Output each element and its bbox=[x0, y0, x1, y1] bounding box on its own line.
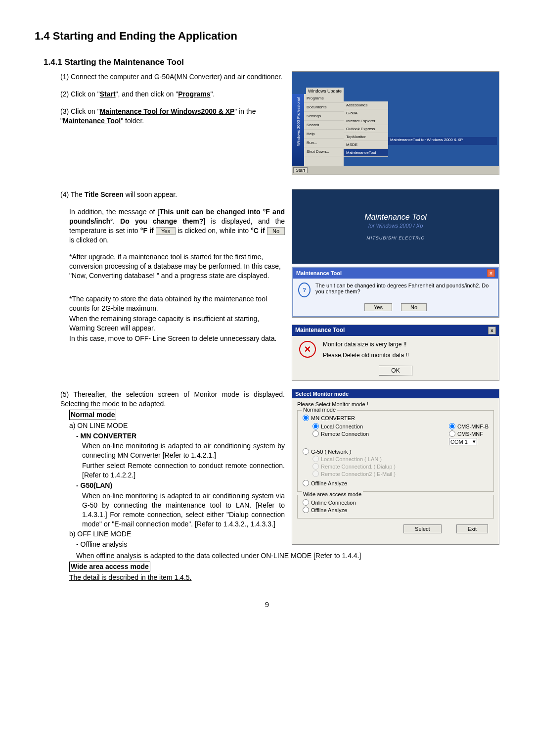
question-icon: ? bbox=[298, 283, 311, 297]
warning-line2: Please,Delete old monitor data !! bbox=[323, 352, 409, 359]
dialog-yes-button[interactable]: Yes bbox=[364, 303, 392, 311]
g50-text: When on-line monitoring is adapted to ai… bbox=[82, 491, 285, 529]
menu-item-documents[interactable]: Documents bbox=[304, 103, 344, 112]
offline-analysis-text: When offline analysis is adapted to the … bbox=[76, 551, 499, 561]
dialog-message: The unit can be changed into degrees Fah… bbox=[315, 283, 493, 294]
submenu-accessories[interactable]: Accessories bbox=[344, 101, 388, 109]
fieldset-normal-legend: Normal mode bbox=[302, 407, 337, 413]
splash-title: Maintenance Tool bbox=[364, 213, 427, 222]
com-port-select[interactable]: COM 1▾ bbox=[449, 438, 477, 445]
step-4-capacity1: *The capacity to store the data obtained… bbox=[69, 294, 285, 313]
step-5-intro: (5) Thereafter, the selection screen of … bbox=[60, 390, 285, 409]
submenu-g50a[interactable]: G-50A bbox=[344, 109, 388, 117]
radio-g50-network[interactable]: G-50 ( Network ) bbox=[303, 448, 489, 455]
step-4-note1: *After upgrade, if a maintenance tool is… bbox=[69, 252, 285, 281]
submenu-topmonitor[interactable]: TopMonitor bbox=[344, 133, 388, 141]
close-icon[interactable]: × bbox=[487, 269, 495, 277]
fieldset-wide-legend: Wide area access mode bbox=[302, 491, 363, 497]
step-4-capacity3: In this case, move to OFF- Line Screen t… bbox=[69, 334, 285, 343]
radio-input[interactable] bbox=[303, 448, 309, 455]
error-icon: × bbox=[299, 341, 316, 358]
taskbar: Start bbox=[292, 166, 499, 175]
step-3: (3) Click on "Maintenance Tool for Windo… bbox=[60, 107, 285, 126]
radio-input bbox=[312, 456, 319, 462]
page-number: 9 bbox=[35, 600, 499, 609]
radio-g50-email: Remote Connection2 ( E-Mail ) bbox=[312, 471, 489, 477]
radio-cms-mnf-b[interactable]: CMS-MNF-B bbox=[449, 423, 489, 429]
submenu-msde[interactable]: MSDE bbox=[344, 141, 388, 149]
radio-offline-analyze-2[interactable]: Offline Analyze bbox=[303, 507, 489, 513]
online-mode-heading: a) ON LINE MODE bbox=[69, 421, 285, 430]
menu-item-help[interactable]: Help bbox=[304, 130, 344, 139]
radio-offline-analyze[interactable]: Offline Analyze bbox=[303, 480, 489, 486]
step-4-paragraph: In addition, the message of [This unit c… bbox=[69, 207, 285, 245]
figure-start-menu: Windows Update Windows 2000 Professional… bbox=[292, 71, 499, 175]
splash-subtitle: for Windows 2000 / Xp bbox=[368, 223, 423, 229]
radio-input[interactable] bbox=[303, 480, 309, 486]
start-menu-column-1: Programs Documents Settings Search Help … bbox=[304, 94, 344, 166]
menu-item-run[interactable]: Run... bbox=[304, 139, 344, 147]
submenu-maintenancetool[interactable]: MaintenanceTool bbox=[344, 149, 388, 157]
dialog-no-button[interactable]: No bbox=[401, 303, 427, 311]
offline-mode-heading: b) OFF LINE MODE bbox=[69, 529, 285, 539]
mn-converter-text2: Further select Remote connection to cond… bbox=[82, 461, 285, 480]
menu-item-search[interactable]: Search bbox=[304, 121, 344, 130]
radio-g50-dialup: Remote Connection1 ( Dialup ) bbox=[312, 463, 489, 470]
close-icon[interactable]: × bbox=[488, 327, 496, 334]
section-title: 1.4 Starting and Ending the Application bbox=[35, 30, 499, 43]
offline-analysis-heading: - Offline analysis bbox=[76, 540, 285, 549]
radio-online-connection[interactable]: Online Connection bbox=[303, 499, 489, 506]
mn-converter-text1: When on-line monitoring is adapted to ai… bbox=[82, 441, 285, 460]
radio-g50-lan: Local Connection ( LAN ) bbox=[312, 456, 489, 462]
step-1: (1) Connect the computer and G-50A(MN Co… bbox=[60, 72, 285, 82]
radio-cms-mnf[interactable]: CMS-MNF bbox=[449, 430, 489, 437]
inline-yes-button[interactable]: Yes bbox=[156, 227, 176, 236]
start-menu-banner: Windows 2000 Professional bbox=[292, 94, 304, 175]
figure-warning-dialog: Maintenance Tool × × Monitor data size i… bbox=[292, 325, 499, 381]
figure-title-screen: Maintenance Tool for Windows 2000 / Xp M… bbox=[292, 189, 499, 318]
radio-remote-connection[interactable]: Remote Connection bbox=[312, 430, 369, 437]
wide-area-text: The detail is described in the item 1.4.… bbox=[69, 573, 499, 582]
step-2: (2) Click on "Start", and then click on … bbox=[60, 90, 285, 99]
warning-line1: Monitor data size is very large !! bbox=[323, 341, 409, 348]
radio-local-connection[interactable]: Local Connection bbox=[312, 423, 369, 429]
dialog-title: Maintenance Tool bbox=[296, 270, 342, 276]
windows-update-item[interactable]: Windows Update bbox=[306, 88, 344, 94]
radio-input bbox=[312, 463, 319, 470]
wide-area-mode-box: Wide area access mode bbox=[69, 562, 150, 572]
start-menu-column-2: Accessories G-50A Internet Explorer Outl… bbox=[344, 101, 388, 157]
radio-input[interactable] bbox=[303, 507, 309, 513]
radio-input[interactable] bbox=[449, 430, 455, 437]
warning-ok-button[interactable]: OK bbox=[379, 366, 412, 376]
radio-input bbox=[312, 471, 319, 477]
exit-button[interactable]: Exit bbox=[456, 524, 488, 533]
menu-item-shutdown[interactable]: Shut Down... bbox=[304, 147, 344, 156]
inline-no-button[interactable]: No bbox=[267, 227, 285, 236]
dialog-change-units: Maintenance Tool × ? The unit can be cha… bbox=[292, 267, 499, 317]
mn-converter-heading: - MN CONVERTER bbox=[76, 431, 285, 441]
submenu-maintenancetool-xp[interactable]: MaintenanceTool for Windows 2000 & XP bbox=[388, 137, 497, 145]
start-button[interactable]: Start bbox=[293, 167, 308, 173]
step-4-capacity2: When the remaining storage capacity is i… bbox=[69, 314, 285, 333]
radio-input[interactable] bbox=[312, 423, 319, 429]
radio-input[interactable] bbox=[312, 430, 319, 437]
radio-mn-converter[interactable]: MN CONVERTER bbox=[303, 415, 489, 421]
select-button[interactable]: Select bbox=[403, 524, 442, 533]
radio-input[interactable] bbox=[303, 499, 309, 506]
radio-input[interactable] bbox=[449, 423, 455, 429]
normal-mode-box: Normal mode bbox=[69, 410, 116, 420]
radio-input[interactable] bbox=[303, 415, 309, 421]
menu-item-settings[interactable]: Settings bbox=[304, 112, 344, 121]
menu-item-programs[interactable]: Programs bbox=[304, 94, 344, 103]
subsection-title: 1.4.1 Starting the Maintenance Tool bbox=[44, 57, 499, 67]
step-4-intro: (4) The Title Screen will soon appear. bbox=[60, 190, 285, 199]
g50-heading: - G50(LAN) bbox=[76, 481, 285, 490]
submenu-ie[interactable]: Internet Explorer bbox=[344, 117, 388, 125]
figure-select-monitor-mode: Select Monitor mode Please Select Monito… bbox=[292, 389, 499, 545]
submenu-outlook[interactable]: Outlook Express bbox=[344, 125, 388, 133]
select-title: Select Monitor mode bbox=[292, 389, 499, 398]
warning-title: Maintenance Tool bbox=[295, 327, 345, 334]
splash-brand: MITSUBISHI ELECTRIC bbox=[366, 236, 425, 240]
chevron-down-icon: ▾ bbox=[473, 438, 476, 445]
